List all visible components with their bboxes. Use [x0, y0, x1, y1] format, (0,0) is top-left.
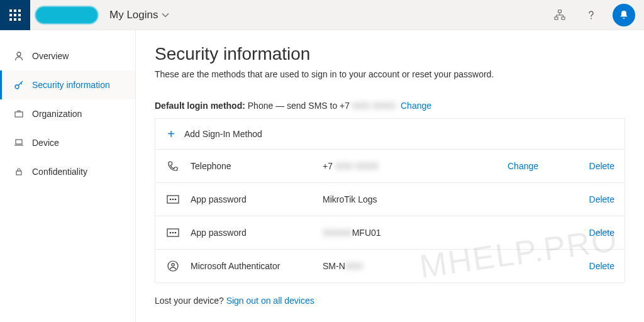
default-login-method: Default login method: Phone — send SMS t…	[155, 101, 625, 111]
svg-point-11	[172, 199, 174, 201]
top-right-actions	[550, 4, 644, 26]
bell-icon	[618, 9, 630, 21]
svg-point-16	[175, 232, 177, 234]
method-delete-link[interactable]: Delete	[577, 261, 614, 271]
method-delete-link[interactable]: Delete	[577, 194, 614, 204]
chevron-down-icon	[162, 11, 169, 19]
method-name: App password	[191, 228, 323, 238]
method-change-link[interactable]: Change	[508, 161, 577, 171]
waffle-icon	[9, 9, 21, 21]
svg-point-3	[591, 18, 592, 19]
add-method-button[interactable]: + Add Sign-In Method	[155, 119, 625, 150]
method-row-app-password-2: App password XXXXXMFU01 Delete	[155, 216, 625, 250]
svg-point-10	[170, 199, 172, 201]
app-title-dropdown[interactable]: My Logins	[109, 9, 169, 21]
authenticator-icon	[165, 258, 180, 274]
app-title-label: My Logins	[109, 9, 158, 21]
lost-device-line: Lost your device? Sign out on all device…	[155, 296, 625, 306]
brand-logo-redacted	[35, 6, 98, 24]
sidebar-item-confidentiality[interactable]: Confidentiality	[0, 157, 135, 186]
sign-out-all-link[interactable]: Sign out on all devices	[226, 296, 314, 306]
add-method-label: Add Sign-In Method	[184, 129, 262, 139]
person-icon	[13, 50, 25, 62]
method-name: Microsoft Authenticator	[191, 261, 323, 271]
page-title: Security information	[155, 44, 625, 64]
sidebar-item-label: Security information	[32, 80, 110, 90]
laptop-icon	[13, 137, 25, 148]
svg-point-12	[175, 199, 177, 201]
key-icon	[13, 79, 25, 91]
svg-rect-7	[16, 140, 22, 144]
sidebar-item-label: Organization	[32, 109, 82, 119]
method-value: SM-NXXX	[323, 261, 508, 271]
sidebar-item-device[interactable]: Device	[0, 128, 135, 157]
sitemap-icon	[554, 9, 565, 21]
method-row-telephone: Telephone +7 XXX XXXX Change Delete	[155, 150, 625, 183]
method-delete-link[interactable]: Delete	[577, 228, 614, 238]
sidebar-item-label: Overview	[32, 51, 69, 61]
notifications-button[interactable]	[613, 4, 635, 26]
svg-point-18	[172, 264, 174, 266]
method-name: App password	[191, 194, 323, 204]
method-value: XXXXXMFU01	[323, 228, 508, 238]
password-dots-icon	[165, 192, 180, 207]
sidebar: Overview Security information Organizati…	[0, 30, 136, 322]
method-value: +7 XXX XXXX	[323, 161, 508, 171]
svg-rect-6	[15, 112, 23, 117]
svg-rect-1	[555, 17, 558, 19]
default-label: Default login method:	[155, 101, 245, 111]
plus-icon: +	[165, 128, 177, 140]
svg-rect-0	[558, 10, 562, 13]
password-dots-icon	[165, 225, 180, 240]
method-row-authenticator: Microsoft Authenticator SM-NXXX Delete	[155, 250, 625, 282]
sidebar-item-label: Confidentiality	[32, 167, 87, 177]
sidebar-item-organization[interactable]: Organization	[0, 99, 135, 128]
help-button[interactable]	[581, 5, 601, 25]
lost-device-prompt: Lost your device?	[155, 296, 226, 306]
change-default-link[interactable]: Change	[401, 101, 431, 111]
svg-rect-8	[16, 171, 21, 175]
sidebar-item-overview[interactable]: Overview	[0, 42, 135, 70]
org-icon-button[interactable]	[550, 5, 570, 25]
method-delete-link[interactable]: Delete	[577, 161, 614, 171]
svg-point-4	[17, 52, 21, 56]
sidebar-item-security[interactable]: Security information	[0, 70, 135, 99]
app-launcher-button[interactable]	[0, 0, 30, 30]
top-bar: My Logins	[0, 0, 644, 30]
methods-card: + Add Sign-In Method Telephone +7 XXX XX…	[155, 118, 625, 283]
phone-icon	[165, 158, 180, 174]
method-row-app-password-1: App password MikroTik Logs Delete	[155, 183, 625, 216]
briefcase-icon	[13, 108, 25, 119]
sidebar-item-label: Device	[32, 138, 59, 148]
lock-icon	[13, 166, 25, 177]
main-content: Security information These are the metho…	[136, 30, 644, 322]
page-subtitle: These are the methods that are used to s…	[155, 69, 625, 79]
default-value-redacted: XXX XXXX	[352, 101, 396, 111]
default-value-prefix: Phone — send SMS to +7	[248, 101, 352, 111]
svg-point-15	[172, 232, 174, 234]
question-icon	[586, 9, 597, 21]
svg-point-14	[170, 232, 172, 234]
method-value: MikroTik Logs	[323, 194, 508, 204]
svg-rect-2	[562, 17, 565, 19]
method-name: Telephone	[191, 161, 323, 171]
